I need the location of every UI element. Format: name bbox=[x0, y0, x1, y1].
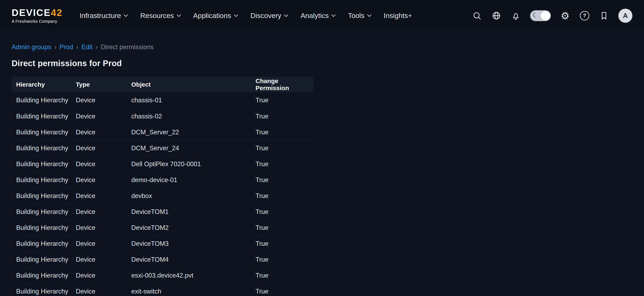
page-title: Direct permissions for Prod bbox=[12, 59, 644, 68]
dark-mode-toggle[interactable]: ☾ bbox=[530, 10, 551, 21]
table-cell: True bbox=[251, 252, 313, 268]
chevron-down-icon bbox=[177, 13, 181, 17]
table-cell: True bbox=[251, 236, 313, 252]
table-cell: Building Hierarchy bbox=[12, 188, 71, 204]
nav-item-insights[interactable]: Insights+ bbox=[384, 11, 412, 20]
logo-tagline: A Freshworks Company bbox=[12, 19, 68, 23]
primary-nav: InfrastructureResourcesApplicationsDisco… bbox=[80, 11, 412, 20]
settings-button[interactable]: ⚙ bbox=[560, 10, 570, 21]
table-cell: Building Hierarchy bbox=[12, 204, 71, 220]
toggle-knob bbox=[541, 11, 550, 20]
breadcrumb-separator: › bbox=[96, 43, 98, 51]
help-button[interactable]: ? bbox=[580, 10, 590, 21]
column-header-object: Object bbox=[127, 77, 251, 92]
nav-item-infrastructure[interactable]: Infrastructure bbox=[80, 11, 127, 20]
table-cell: Device bbox=[71, 172, 127, 188]
language-button[interactable] bbox=[491, 10, 502, 21]
nav-item-label: Tools bbox=[348, 11, 364, 20]
table-row: Building HierarchyDeviceDell OptiPlex 70… bbox=[12, 156, 313, 172]
breadcrumb-item-edit[interactable]: Edit bbox=[82, 43, 92, 51]
table-cell: True bbox=[251, 220, 313, 236]
table-cell: devbox bbox=[127, 188, 251, 204]
table-row: Building HierarchyDevicedemo-device-01Tr… bbox=[12, 172, 313, 188]
globe-icon bbox=[492, 11, 501, 20]
table-cell: DeviceTOM2 bbox=[127, 220, 251, 236]
chevron-down-icon bbox=[367, 13, 372, 17]
topbar-actions: ☾ ⚙ ? A bbox=[472, 9, 632, 23]
logo-accent-number: 42 bbox=[51, 7, 62, 18]
nav-item-label: Applications bbox=[193, 11, 231, 20]
table-cell: esxi-003.device42.pvt bbox=[127, 268, 251, 283]
table-row: Building HierarchyDeviceDeviceTOM3True bbox=[12, 236, 313, 252]
table-row: Building HierarchyDeviceesxi-003.device4… bbox=[12, 268, 313, 283]
table-row: Building HierarchyDeviceDeviceTOM4True bbox=[12, 252, 313, 268]
table-cell: Device bbox=[71, 283, 127, 296]
chevron-down-icon bbox=[124, 13, 128, 17]
nav-item-tools[interactable]: Tools bbox=[348, 11, 371, 20]
main-content: Admin groups›Prod›Edit›Direct permission… bbox=[0, 31, 644, 296]
table-cell: Device bbox=[71, 188, 127, 204]
table-cell: Building Hierarchy bbox=[12, 124, 71, 140]
table-cell: True bbox=[251, 156, 313, 172]
chevron-down-icon bbox=[234, 13, 238, 17]
table-row: Building HierarchyDeviceDeviceTOM1True bbox=[12, 204, 313, 220]
notifications-button[interactable] bbox=[511, 10, 521, 21]
nav-item-label: Discovery bbox=[250, 11, 281, 20]
nav-item-discovery[interactable]: Discovery bbox=[250, 11, 288, 20]
help-icon: ? bbox=[580, 11, 589, 20]
table-cell: Building Hierarchy bbox=[12, 252, 71, 268]
nav-item-label: Infrastructure bbox=[80, 11, 121, 20]
breadcrumb-item-prod[interactable]: Prod bbox=[60, 43, 73, 51]
table-cell: Device bbox=[71, 92, 127, 108]
table-cell: exit-switch bbox=[127, 283, 251, 296]
table-row: Building HierarchyDeviceDeviceTOM2True bbox=[12, 220, 313, 236]
table-cell: DCM_Server_24 bbox=[127, 140, 251, 156]
table-cell: Building Hierarchy bbox=[12, 220, 71, 236]
table-cell: Device bbox=[71, 252, 127, 268]
table-cell: Dell OptiPlex 7020-0001 bbox=[127, 156, 251, 172]
table-cell: True bbox=[251, 124, 313, 140]
table-cell: True bbox=[251, 140, 313, 156]
table-row: Building HierarchyDeviceDCM_Server_22Tru… bbox=[12, 124, 313, 140]
table-cell: True bbox=[251, 92, 313, 108]
nav-item-resources[interactable]: Resources bbox=[140, 11, 180, 20]
table-cell: True bbox=[251, 172, 313, 188]
search-icon bbox=[472, 11, 482, 20]
table-cell: Building Hierarchy bbox=[12, 108, 71, 124]
user-avatar[interactable]: A bbox=[618, 9, 632, 23]
device42-logo[interactable]: DEVICE42 A Freshworks Company bbox=[12, 8, 68, 23]
table-cell: chassis-02 bbox=[127, 108, 251, 124]
table-row: Building HierarchyDevicechassis-02True bbox=[12, 108, 313, 124]
table-cell: Building Hierarchy bbox=[12, 172, 71, 188]
logo-wordmark: DEVICE42 bbox=[12, 8, 68, 17]
table-cell: True bbox=[251, 188, 313, 204]
table-cell: Device bbox=[71, 140, 127, 156]
gear-icon: ⚙ bbox=[560, 11, 570, 21]
table-cell: True bbox=[251, 283, 313, 296]
bookmark-icon bbox=[600, 11, 608, 20]
breadcrumb-item-admin-groups[interactable]: Admin groups bbox=[12, 43, 51, 51]
table-cell: True bbox=[251, 108, 313, 124]
table-cell: Device bbox=[71, 204, 127, 220]
table-cell: True bbox=[251, 204, 313, 220]
bookmark-button[interactable] bbox=[599, 10, 609, 21]
nav-item-analytics[interactable]: Analytics bbox=[300, 11, 335, 20]
table-cell: DeviceTOM1 bbox=[127, 204, 251, 220]
breadcrumb-separator: › bbox=[76, 43, 78, 51]
column-header-change-permission: Change Permission bbox=[251, 77, 313, 92]
table-row: Building HierarchyDevicedevboxTrue bbox=[12, 188, 313, 204]
table-body: Building HierarchyDevicechassis-01TrueBu… bbox=[12, 92, 313, 296]
chevron-down-icon bbox=[331, 13, 336, 17]
table-cell: Building Hierarchy bbox=[12, 283, 71, 296]
table-cell: demo-device-01 bbox=[127, 172, 251, 188]
table-cell: Building Hierarchy bbox=[12, 236, 71, 252]
table-cell: Device bbox=[71, 220, 127, 236]
table-cell: Building Hierarchy bbox=[12, 268, 71, 283]
column-header-hierarchy: Hierarchy bbox=[12, 77, 71, 92]
breadcrumb-separator: › bbox=[54, 43, 56, 51]
table-cell: DeviceTOM3 bbox=[127, 236, 251, 252]
search-button[interactable] bbox=[472, 10, 482, 21]
table-cell: Building Hierarchy bbox=[12, 156, 71, 172]
top-navigation-bar: DEVICE42 A Freshworks Company Infrastruc… bbox=[0, 0, 644, 31]
nav-item-applications[interactable]: Applications bbox=[193, 11, 238, 20]
